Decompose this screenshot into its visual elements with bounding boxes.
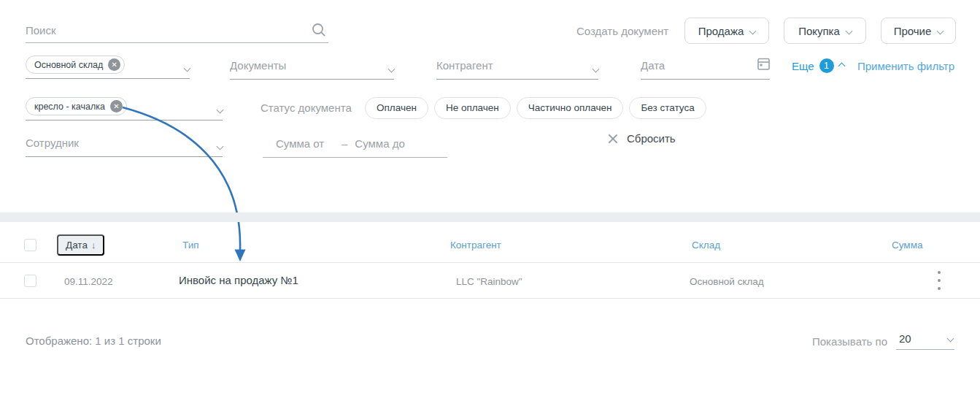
date-field[interactable]	[641, 56, 770, 80]
sale-dropdown-button[interactable]: Продажа	[684, 18, 769, 44]
warehouse-select[interactable]: Основной склад	[26, 56, 190, 79]
row-counterparty: LLC "Rainbow"	[456, 276, 522, 287]
remove-chip-icon[interactable]	[108, 58, 120, 71]
reset-label: Сбросить	[627, 132, 676, 145]
purchase-button-label: Покупка	[798, 25, 840, 37]
chevron-down-icon	[845, 27, 852, 34]
chevron-down-icon	[937, 27, 944, 34]
row-checkbox[interactable]	[24, 275, 36, 287]
counterparty-select[interactable]	[436, 56, 598, 80]
warehouse-chip-label: Основной склад	[34, 60, 103, 70]
table-row-divider	[0, 298, 980, 299]
product-chip: кресло - качалка	[26, 97, 127, 115]
sum-column-header[interactable]: Сумма	[892, 240, 922, 251]
product-select[interactable]: кресло - качалка	[26, 97, 223, 121]
status-paid-chip[interactable]: Оплачен	[365, 97, 428, 119]
document-status-label: Статус документа	[261, 102, 352, 114]
status-unpaid-chip[interactable]: Не оплачен	[434, 97, 511, 119]
chevron-down-icon	[184, 65, 191, 72]
date-input[interactable]	[641, 56, 757, 75]
chevron-down-icon	[947, 335, 954, 343]
status-partially-paid-chip[interactable]: Частично оплачен	[517, 97, 624, 119]
chevron-down-icon	[749, 27, 757, 34]
other-dropdown-button[interactable]: Прочие	[881, 18, 956, 44]
documents-select[interactable]	[230, 56, 394, 80]
search-field[interactable]	[26, 20, 328, 43]
apply-filter-link[interactable]: Применить фильтр	[857, 60, 954, 72]
row-menu-button[interactable]	[934, 271, 944, 290]
rows-shown-status: Отображено: 1 из 1 строки	[26, 335, 161, 347]
sum-to-input[interactable]	[355, 134, 424, 153]
employee-input[interactable]	[26, 133, 217, 152]
page-size-select[interactable]: 20	[896, 330, 954, 350]
warehouse-chip: Основной склад	[26, 56, 125, 74]
section-divider	[0, 213, 980, 222]
other-button-label: Прочие	[894, 25, 932, 37]
close-icon	[608, 134, 618, 144]
sum-range-field: –	[263, 134, 447, 158]
calendar-icon[interactable]	[757, 57, 770, 73]
date-header-label: Дата	[66, 240, 88, 251]
remove-chip-icon[interactable]	[110, 100, 123, 112]
status-none-chip[interactable]: Без статуса	[629, 97, 706, 119]
more-filters-label: Еще	[792, 60, 814, 72]
date-sort-button[interactable]: Дата ↓	[57, 234, 104, 256]
table-header-divider	[0, 262, 980, 263]
row-warehouse: Основной склад	[690, 276, 764, 287]
more-filters-count-badge: 1	[819, 58, 834, 73]
row-date: 09.11.2022	[64, 276, 113, 287]
page-size-value: 20	[899, 332, 911, 345]
page-size-label: Показывать по	[812, 335, 887, 348]
select-all-checkbox[interactable]	[24, 239, 36, 251]
reset-filters-button[interactable]: Сбросить	[608, 132, 676, 145]
sort-desc-icon: ↓	[91, 240, 96, 251]
employee-select[interactable]	[26, 133, 223, 157]
type-column-header[interactable]: Тип	[182, 240, 199, 251]
documents-input[interactable]	[230, 56, 389, 75]
sale-button-label: Продажа	[698, 25, 744, 37]
search-input[interactable]	[26, 20, 328, 39]
product-chip-label: кресло - качалка	[34, 102, 105, 112]
row-type[interactable]: Инвойс на продажу №1	[179, 274, 298, 286]
sum-from-input[interactable]	[276, 134, 340, 153]
chevron-down-icon	[217, 107, 224, 114]
documents-page: Создать документ Продажа Покупка Прочие …	[0, 0, 980, 401]
counterparty-input[interactable]	[436, 56, 593, 75]
purchase-dropdown-button[interactable]: Покупка	[784, 18, 866, 44]
warehouse-column-header[interactable]: Склад	[692, 240, 720, 251]
sum-range-dash: –	[342, 137, 347, 150]
chevron-up-icon	[838, 62, 845, 69]
counterparty-column-header[interactable]: Контрагент	[450, 240, 501, 251]
status-filter-group: Оплачен Не оплачен Частично оплачен Без …	[365, 97, 706, 119]
create-document-label: Создать документ	[576, 25, 668, 37]
search-icon	[311, 22, 327, 41]
more-filters-toggle[interactable]: Еще 1	[792, 58, 844, 73]
